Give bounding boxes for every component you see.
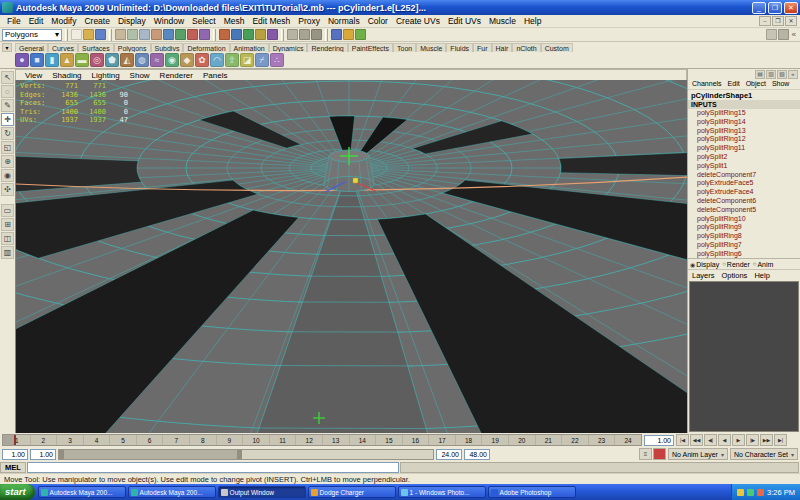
render-settings-icon[interactable] — [355, 29, 366, 40]
frame-number[interactable]: 11 — [269, 435, 296, 445]
playback-start-field[interactable]: 1.00 — [30, 449, 56, 460]
current-time-indicator[interactable] — [3, 435, 16, 445]
channel-input-item[interactable]: polyExtrudeFace5 — [688, 179, 800, 188]
shelf-tab[interactable]: nCloth — [512, 43, 540, 52]
frame-number[interactable]: 17 — [428, 435, 455, 445]
shelf-tab[interactable]: General — [15, 43, 48, 52]
menu-item[interactable]: Help — [520, 16, 545, 26]
move-tool-icon[interactable]: ✛ — [1, 113, 14, 126]
frame-number[interactable]: 18 — [455, 435, 482, 445]
task-autodesk-maya-1[interactable]: Autodesk Maya 200... — [38, 486, 126, 498]
ipr-render-icon[interactable] — [343, 29, 354, 40]
viewport-canvas[interactable]: Verts: 771 771 Edges: 1436 1436 90 Faces… — [15, 80, 687, 433]
poly-plane-icon[interactable]: ▬ — [75, 53, 89, 67]
menu-item[interactable]: File — [3, 16, 25, 26]
smooth-mesh-icon[interactable]: ◠ — [210, 53, 224, 67]
shelf-tab[interactable]: Dynamics — [269, 43, 308, 52]
paint-select-tool-icon[interactable]: ✎ — [1, 99, 14, 112]
menu-item[interactable]: Modify — [47, 16, 80, 26]
anim-layer-dropdown[interactable]: No Anim Layer ▾ — [668, 448, 728, 460]
menu-item[interactable]: Edit Mesh — [248, 16, 294, 26]
construction-history-icon[interactable] — [311, 29, 322, 40]
frame-number[interactable]: 23 — [588, 435, 615, 445]
channel-input-item[interactable]: polySplitRing8 — [688, 232, 800, 241]
menu-item[interactable]: Create — [80, 16, 114, 26]
channel-input-item[interactable]: polySplitRing11 — [688, 144, 800, 153]
poly-pyramid-icon[interactable]: ◭ — [120, 53, 134, 67]
snap-point-icon[interactable] — [243, 29, 254, 40]
go-to-end-button[interactable]: ▶| — [774, 434, 787, 446]
shelf-tab[interactable]: Muscle — [416, 43, 446, 52]
range-track[interactable] — [58, 449, 434, 460]
channel-box-menu-item[interactable]: Object — [743, 80, 769, 89]
render-radio[interactable]: ○ Render — [722, 261, 750, 268]
frame-number[interactable]: 22 — [561, 435, 588, 445]
collapse-statusline-icon[interactable]: « — [790, 30, 798, 39]
step-forward-key-button[interactable]: |▶ — [746, 434, 759, 446]
frame-number[interactable]: 7 — [162, 435, 189, 445]
shelf-tab[interactable]: Polygons — [114, 43, 151, 52]
frame-number[interactable]: 24 — [614, 435, 641, 445]
select-object-icon[interactable] — [127, 29, 138, 40]
tray-antivirus-icon[interactable] — [757, 489, 764, 496]
poly-sphere-icon[interactable]: ● — [15, 53, 29, 67]
menu-item[interactable]: Proxy — [294, 16, 324, 26]
channel-input-item[interactable]: polySplitRing12 — [688, 135, 800, 144]
new-scene-icon[interactable] — [71, 29, 82, 40]
status-divider[interactable] — [281, 29, 284, 41]
frame-number[interactable]: 15 — [375, 435, 402, 445]
channel-box-menu-item[interactable]: Channels — [689, 80, 725, 89]
playback-end-field[interactable]: 24.00 — [436, 449, 462, 460]
status-divider[interactable] — [325, 29, 328, 41]
split-pane-layout-icon[interactable]: ▥ — [1, 246, 14, 259]
layers-menu-item[interactable]: Layers — [692, 271, 715, 280]
panel-menu-item[interactable]: Renderer — [155, 71, 198, 80]
step-back-key-button[interactable]: ◀| — [704, 434, 717, 446]
input-connections-icon[interactable] — [287, 29, 298, 40]
poly-soccerball-icon[interactable]: ◉ — [165, 53, 179, 67]
show-channel-layer-icon[interactable]: ▧ — [777, 70, 787, 79]
shelf-tab[interactable]: Deformation — [183, 43, 229, 52]
mdi-restore-button[interactable]: ❐ — [772, 16, 784, 26]
anim-radio[interactable]: ○ Anim — [753, 261, 774, 268]
range-handle-right[interactable] — [237, 450, 242, 459]
toggle-tool-settings-icon[interactable] — [778, 29, 789, 40]
universal-manipulator-icon[interactable]: ⊕ — [1, 155, 14, 168]
menu-item[interactable]: Window — [150, 16, 188, 26]
select-mask-handles-icon[interactable] — [151, 29, 162, 40]
tray-network-icon[interactable] — [747, 489, 754, 496]
channel-input-item[interactable]: polySplitRing6 — [688, 250, 800, 258]
menu-item[interactable]: Edit UVs — [444, 16, 485, 26]
mdi-minimize-button[interactable]: – — [759, 16, 771, 26]
frame-number[interactable]: 8 — [189, 435, 216, 445]
shelf-tab[interactable]: Custom — [541, 43, 573, 52]
range-handle-left[interactable] — [59, 450, 64, 459]
channel-input-item[interactable]: polySplitRing9 — [688, 223, 800, 232]
menu-set-selector[interactable]: Polygons ▾ — [2, 29, 62, 41]
poly-cone-icon[interactable]: ▲ — [60, 53, 74, 67]
maximize-button[interactable]: ❐ — [768, 2, 782, 14]
four-pane-layout-icon[interactable]: ⊞ — [1, 218, 14, 231]
layers-menu-item[interactable]: Help — [754, 271, 769, 280]
channel-input-item[interactable]: polySplitRing13 — [688, 127, 800, 136]
step-forward-frame-button[interactable]: ▶▶ — [760, 434, 773, 446]
channel-input-item[interactable]: polySplit2 — [688, 153, 800, 162]
shelf-tab[interactable]: Surfaces — [78, 43, 114, 52]
scale-tool-icon[interactable]: ◱ — [1, 141, 14, 154]
channel-input-item[interactable]: polySplitRing15 — [688, 109, 800, 118]
save-scene-icon[interactable] — [95, 29, 106, 40]
frame-number[interactable]: 6 — [136, 435, 163, 445]
minimize-button[interactable]: _ — [752, 2, 766, 14]
bevel-edge-icon[interactable]: ◪ — [240, 53, 254, 67]
go-to-start-button[interactable]: |◀ — [676, 434, 689, 446]
tray-volume-icon[interactable] — [737, 489, 744, 496]
show-layer-editor-icon[interactable]: ▥ — [766, 70, 776, 79]
frame-number[interactable]: 13 — [322, 435, 349, 445]
range-bar[interactable] — [59, 450, 242, 459]
select-component-icon[interactable] — [139, 29, 150, 40]
channel-input-item[interactable]: polySplitRing14 — [688, 118, 800, 127]
poly-platonic-icon[interactable]: ◆ — [180, 53, 194, 67]
select-mask-points-icon[interactable] — [163, 29, 174, 40]
mdi-close-button[interactable]: ✕ — [785, 16, 797, 26]
single-pane-layout-icon[interactable]: ▭ — [1, 204, 14, 217]
